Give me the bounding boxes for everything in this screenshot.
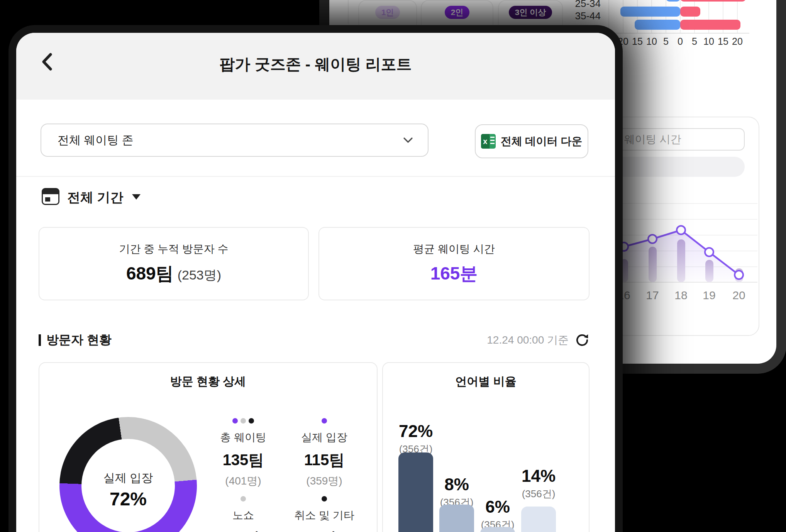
hour-label-17: 17 bbox=[641, 289, 664, 302]
header: 팝가 굿즈존 - 웨이팅 리포트 bbox=[16, 33, 615, 100]
excel-icon: x bbox=[481, 134, 496, 149]
donut-center-text: 실제 입장 72% bbox=[59, 470, 197, 510]
stat-value: 689팀 bbox=[126, 262, 174, 286]
hour-label-20: 20 bbox=[727, 289, 750, 302]
language-ratio-card: 언어별 비율 72% (356건) 8% (356건) 6% (356건) 14… bbox=[382, 362, 590, 532]
visit-detail-card: 방문 현황 상세 실제 입장 72% 총 웨이팅 135팀 (401명) 실제 … bbox=[39, 362, 378, 532]
stat-card-avg-wait: 평균 웨이팅 시간 165분 bbox=[318, 227, 590, 300]
stat-sub: (253명) bbox=[178, 266, 221, 284]
period-selector-label[interactable]: 전체 기간 bbox=[67, 189, 123, 207]
legend-noshow: 노쇼 19팀 bbox=[201, 496, 286, 532]
zone-dropdown[interactable]: 전체 웨이팅 존 bbox=[41, 124, 429, 157]
card-title: 언어별 비율 bbox=[383, 374, 589, 390]
lang-bar-label-4: 14% (356건) bbox=[515, 466, 562, 501]
black-dot-icon bbox=[322, 496, 327, 502]
age-tick-7: 10 bbox=[701, 36, 717, 47]
black-dot-icon bbox=[249, 418, 254, 424]
age-label-35-44: 35-44 bbox=[566, 10, 601, 22]
legend-total-waiting: 총 웨이팅 135팀 (401명) bbox=[201, 418, 286, 488]
purple-dot-icon bbox=[232, 418, 238, 424]
party-badge-1: 1인 bbox=[375, 6, 400, 19]
stat-label: 기간 중 누적 방문자 수 bbox=[119, 242, 228, 256]
page-title: 팝가 굿즈존 - 웨이팅 리포트 bbox=[16, 54, 615, 75]
stat-card-visitors: 기간 중 누적 방문자 수 689팀 (253명) bbox=[39, 227, 309, 300]
stat-value: 165분 bbox=[430, 262, 478, 286]
gray-dot-icon bbox=[241, 418, 246, 424]
lang-bar-3 bbox=[480, 527, 515, 532]
lang-bar-label-1: 72% (356건) bbox=[393, 422, 439, 456]
age-pyramid-chart bbox=[603, 0, 749, 36]
lang-bar-label-2: 8% (356건) bbox=[434, 475, 480, 509]
age-tick-6: 5 bbox=[687, 36, 702, 47]
chevron-down-icon bbox=[403, 137, 413, 143]
hour-label-19: 19 bbox=[698, 289, 721, 302]
caret-down-icon[interactable] bbox=[132, 194, 141, 200]
calendar-icon bbox=[42, 188, 59, 205]
divider bbox=[16, 176, 615, 177]
party-badge-2: 2인 bbox=[445, 6, 470, 19]
as-of-timestamp: 12.24 00:00 기준 bbox=[487, 333, 569, 347]
gray-dot-icon bbox=[241, 496, 246, 502]
divider bbox=[348, 0, 349, 24]
refresh-icon[interactable] bbox=[575, 333, 590, 347]
lang-bar-1 bbox=[398, 452, 433, 532]
age-tick-4: 5 bbox=[658, 36, 674, 47]
section-marker bbox=[39, 334, 41, 346]
download-button-label: 전체 데이터 다운 bbox=[501, 134, 583, 149]
hour-label-16: 16 bbox=[612, 289, 635, 302]
legend-actual-entry: 실제 입장 115팀 (359명) bbox=[282, 418, 367, 488]
age-tick-9: 20 bbox=[730, 36, 745, 47]
age-tick-8: 15 bbox=[715, 36, 731, 47]
zone-dropdown-value: 전체 웨이팅 존 bbox=[58, 132, 134, 148]
download-data-button[interactable]: x 전체 데이터 다운 bbox=[475, 124, 588, 158]
party-badge-3: 3인 이상 bbox=[509, 6, 552, 19]
age-tick-2: 15 bbox=[630, 36, 645, 47]
card-title: 방문 현황 상세 bbox=[39, 374, 377, 390]
stat-label: 평균 웨이팅 시간 bbox=[413, 242, 495, 256]
screenshot-stage: 1인 45팀 2인 94팀 3인 이상 19팀 25-34 35-44 45 + bbox=[0, 0, 786, 532]
age-tick-3: 10 bbox=[644, 36, 659, 47]
legend-cancel-etc: 취소 및 기타 1팀 bbox=[282, 496, 367, 532]
lang-bar-2 bbox=[439, 505, 474, 532]
waiting-report-panel: 팝가 굿즈존 - 웨이팅 리포트 전체 웨이팅 존 x 전체 데이터 다운 전체… bbox=[16, 33, 615, 532]
age-tick-1: 20 bbox=[615, 36, 631, 47]
section-title: 방문자 현황 bbox=[46, 332, 112, 349]
age-label-25-34: 25-34 bbox=[566, 0, 601, 10]
lang-bar-4 bbox=[521, 507, 556, 532]
age-tick-5: 0 bbox=[673, 36, 688, 47]
hour-label-18: 18 bbox=[669, 289, 693, 302]
lang-bar-label-3: 6% (356건) bbox=[474, 497, 521, 532]
purple-dot-icon bbox=[322, 418, 327, 424]
